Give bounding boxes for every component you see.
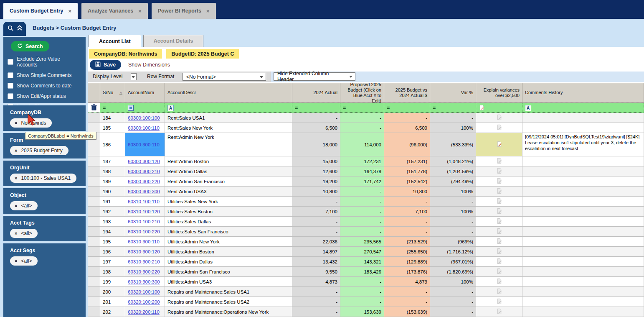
checkbox-row[interactable]: Show Simple Comments <box>8 72 81 78</box>
filter-cell[interactable]: A <box>522 103 644 112</box>
row-selector-cell[interactable] <box>88 287 100 297</box>
explain-edit-icon[interactable] <box>496 258 502 265</box>
explain-edit-icon[interactable] <box>496 208 502 215</box>
row-selector-cell[interactable] <box>88 187 100 197</box>
row-selector-cell[interactable] <box>88 237 100 247</box>
remove-filter-icon[interactable]: × <box>15 120 17 125</box>
explain-edit-icon[interactable] <box>496 141 502 148</box>
filter-cell[interactable] <box>476 103 522 112</box>
account-link[interactable]: 60300:100:110 <box>128 125 160 130</box>
filter-cell[interactable]: A <box>165 103 292 112</box>
window-tab[interactable]: Analyze Variances× <box>81 3 148 19</box>
checkbox-row[interactable]: Show Comments to date <box>8 83 81 89</box>
account-link[interactable]: 60310:100:220 <box>128 229 160 234</box>
sort-asc-icon[interactable]: △ <box>119 91 122 95</box>
account-link[interactable]: 60300:100:100 <box>128 115 160 120</box>
row-selector-cell[interactable] <box>88 247 100 257</box>
row-selector-cell[interactable] <box>88 207 100 217</box>
filter-cell[interactable]: = <box>292 103 340 112</box>
explain-edit-icon[interactable] <box>496 114 502 121</box>
filter-cell[interactable]: = <box>340 103 384 112</box>
row-selector-cell[interactable] <box>88 197 100 207</box>
account-link[interactable]: 60300:300:300 <box>128 189 160 194</box>
explain-edit-icon[interactable] <box>496 178 502 185</box>
account-link[interactable]: 60320:200:110 <box>128 309 160 314</box>
header-cell[interactable]: AccountDescr <box>165 83 292 102</box>
close-icon[interactable]: × <box>68 8 71 14</box>
display-level-dropdown[interactable] <box>131 73 137 80</box>
row-selector-cell[interactable] <box>88 217 100 227</box>
row-selector-cell[interactable] <box>88 307 100 317</box>
filter-value-pill[interactable]: ×2025 Budget Entry <box>10 146 68 155</box>
checkbox-row[interactable]: Show Edit/Appr status <box>8 93 81 99</box>
cell-proposed-2025[interactable]: 114,000 <box>340 133 384 156</box>
header-cell[interactable]: Comments History <box>522 83 644 102</box>
cell-proposed-2025[interactable]: - <box>340 187 384 197</box>
account-link[interactable]: 60320:100:100 <box>128 289 160 294</box>
account-link[interactable]: 60310:100:120 <box>128 209 160 214</box>
filter-cell[interactable]: = <box>100 103 125 112</box>
cell-proposed-2025[interactable]: - <box>340 123 384 133</box>
row-format-dropdown[interactable]: <No Format> <box>183 73 266 81</box>
filter-value-pill[interactable]: ×<all> <box>10 256 38 266</box>
equals-filter-icon[interactable]: = <box>103 105 106 111</box>
cell-proposed-2025[interactable]: 153,639 <box>340 307 384 317</box>
account-link[interactable]: 60320:100:200 <box>128 299 160 304</box>
explain-edit-icon[interactable] <box>496 288 502 295</box>
remove-filter-icon[interactable]: × <box>15 176 17 181</box>
filter-value-pill[interactable]: ×100:100 - Sales USA1 <box>10 174 76 183</box>
checkbox[interactable] <box>8 59 13 65</box>
text-filter-icon[interactable]: A <box>525 105 531 111</box>
row-selector-cell[interactable] <box>88 166 100 176</box>
explain-edit-icon[interactable] <box>496 308 502 315</box>
account-link[interactable]: 60300:300:220 <box>128 179 160 184</box>
range-filter-icon[interactable] <box>128 105 134 111</box>
header-cell[interactable]: 2025 Budget vs 2024 Actual $ <box>384 83 430 102</box>
header-cell[interactable]: 2024 Actual <box>292 83 340 102</box>
cell-proposed-2025[interactable]: 172,231 <box>340 156 384 166</box>
cell-proposed-2025[interactable]: 143,321 <box>340 257 384 267</box>
filter-cell[interactable] <box>88 103 100 112</box>
edit-filter-icon[interactable] <box>479 105 485 112</box>
account-link[interactable]: 60310:100:110 <box>128 199 160 204</box>
explain-edit-icon[interactable] <box>496 238 502 245</box>
explain-edit-icon[interactable] <box>496 268 502 275</box>
row-selector-cell[interactable] <box>88 257 100 267</box>
account-link[interactable]: 60310:300:220 <box>128 269 160 274</box>
cell-proposed-2025[interactable]: - <box>340 207 384 217</box>
extended-column-header-dropdown[interactable]: Hide Extended Column Header <box>274 72 355 81</box>
tab-account-list[interactable]: Account List <box>89 35 141 47</box>
header-cell[interactable]: SrNo△ <box>100 83 125 102</box>
account-link[interactable]: 60300:300:110 <box>128 142 160 147</box>
remove-filter-icon[interactable]: × <box>15 203 17 208</box>
cell-proposed-2025[interactable]: 270,547 <box>340 247 384 257</box>
cell-proposed-2025[interactable]: 171,742 <box>340 176 384 187</box>
filter-value-pill[interactable]: ×<all> <box>10 229 38 238</box>
cell-proposed-2025[interactable]: 235,565 <box>340 237 384 247</box>
equals-filter-icon[interactable]: = <box>295 105 298 111</box>
filter-value-pill[interactable]: ×<all> <box>10 201 38 210</box>
explain-edit-icon[interactable] <box>496 278 502 285</box>
window-tab[interactable]: Power BI Reports× <box>152 3 216 19</box>
header-cell[interactable]: AccountNum <box>125 83 165 102</box>
row-selector-cell[interactable] <box>88 267 100 277</box>
remove-filter-icon[interactable]: × <box>15 148 17 153</box>
remove-filter-icon[interactable]: × <box>15 231 17 236</box>
row-selector-cell[interactable] <box>88 113 100 123</box>
show-dimensions-link[interactable]: Show Dimensions <box>128 62 170 68</box>
account-link[interactable]: 60300:300:120 <box>128 159 160 164</box>
equals-filter-icon[interactable]: = <box>433 105 436 111</box>
explain-edit-icon[interactable] <box>496 158 502 165</box>
account-link[interactable]: 60300:300:210 <box>128 169 160 174</box>
explain-edit-icon[interactable] <box>496 218 502 225</box>
sidebar-search-toggle[interactable] <box>3 22 26 36</box>
cell-proposed-2025[interactable]: - <box>340 297 384 307</box>
equals-filter-icon[interactable]: = <box>343 105 346 111</box>
cell-proposed-2025[interactable]: - <box>340 113 384 123</box>
filter-cell[interactable]: = <box>384 103 430 112</box>
close-icon[interactable]: × <box>206 8 210 14</box>
account-link[interactable]: 60310:100:210 <box>128 219 160 224</box>
header-cell[interactable]: Proposed 2025 Budget (Click on Blue Acct… <box>340 83 384 102</box>
cell-proposed-2025[interactable]: - <box>340 227 384 237</box>
close-icon[interactable]: × <box>138 8 142 14</box>
